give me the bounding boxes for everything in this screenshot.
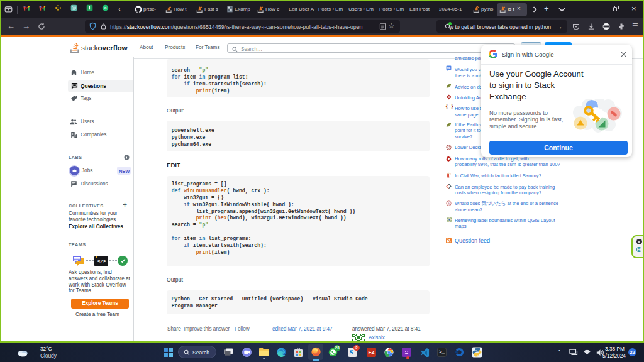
svg-text:あ: あ xyxy=(447,202,450,206)
svg-text:HE: HE xyxy=(447,66,451,69)
svg-text:fi: fi xyxy=(104,6,107,10)
